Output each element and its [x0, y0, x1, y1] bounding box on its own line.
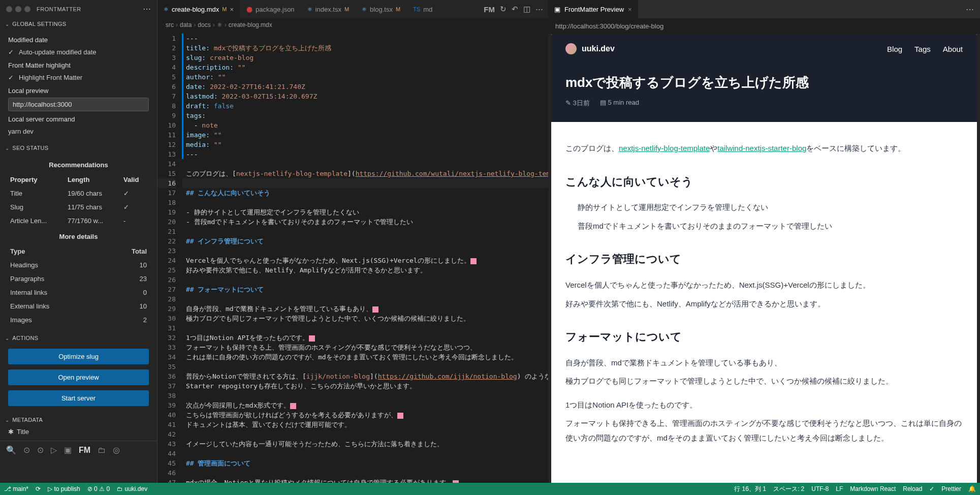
- file-icon: ⬤: [246, 6, 252, 13]
- preview-tab[interactable]: ▣ FrontMatter Preview ×: [548, 0, 638, 18]
- asterisk-icon: ✱: [8, 428, 14, 436]
- editor-tabs: ⚛create-blog.mdxM×⬤package.json⚛index.ts…: [157, 0, 548, 18]
- close-icon[interactable]: ×: [628, 6, 632, 13]
- h2-format: フォーマットについて: [565, 326, 963, 348]
- highlight-checkbox[interactable]: ✓ Highlight Front Matter: [8, 72, 149, 83]
- start-server-button[interactable]: Start server: [8, 390, 149, 406]
- list-item: 静的サイトとして運用想定でインフラを管理したくない: [578, 200, 963, 215]
- metadata-title-label: Title: [17, 428, 29, 436]
- more-icon[interactable]: ⋯: [960, 5, 980, 14]
- folder-icon[interactable]: 🗀: [98, 446, 106, 455]
- preview-site[interactable]: uuki.dev BlogTagsAbout mdxで投稿するブログを立ち上げた…: [551, 34, 977, 492]
- site-nav: uuki.dev BlogTagsAbout: [551, 34, 977, 64]
- section-global-settings[interactable]: ⌄ GLOBAL SETTINGS: [0, 18, 157, 30]
- errors-indicator[interactable]: ⊘ 0 ⚠ 0: [87, 485, 110, 492]
- target-icon[interactable]: ◎: [113, 445, 120, 455]
- avatar: [565, 43, 577, 54]
- list-item: Paragraphs23: [8, 272, 149, 286]
- link-tailwind-blog[interactable]: tailwind-nextjs-starter-blog: [717, 144, 806, 152]
- editor-tab[interactable]: ⚛blog.tsxM: [356, 0, 407, 18]
- server-cmd-label: Local server command: [8, 115, 149, 123]
- window-controls[interactable]: [6, 6, 30, 12]
- sidebar-icon-row: 🔍 ⊙ ⊙ ▷ ▣ FM 🗀 ◎: [0, 441, 157, 459]
- preview-url: http://localhost:3000/blog/create-blog: [548, 18, 980, 34]
- nav-link[interactable]: Tags: [914, 45, 931, 53]
- file-icon: ⚛: [362, 6, 367, 13]
- file-icon: ⚛: [164, 6, 169, 13]
- site-name[interactable]: uuki.dev: [582, 44, 615, 53]
- eol[interactable]: LF: [836, 485, 843, 492]
- split-icon[interactable]: ◫: [523, 5, 530, 14]
- bug-icon[interactable]: ⊙: [23, 445, 30, 455]
- chevron-down-icon: ⌄: [5, 145, 9, 151]
- workspace-indicator[interactable]: 🗀 uuki.dev: [117, 485, 147, 492]
- panel-icon: ▣: [554, 6, 560, 13]
- chevron-down-icon: ⌄: [5, 417, 9, 423]
- clock-icon[interactable]: ⊙: [37, 445, 44, 455]
- frontmatter-sidebar: FRONTMATTER ⋯ ⌄ GLOBAL SETTINGS Modified…: [0, 0, 157, 495]
- h2-audience: こんな人に向いていそう: [565, 171, 963, 193]
- table-row: Slug11/75 chars✓: [8, 200, 149, 214]
- list-item: Images2: [8, 313, 149, 327]
- preview-pane: ▣ FrontMatter Preview × ⋯ http://localho…: [548, 0, 980, 495]
- list-item: Internal links0: [8, 286, 149, 299]
- editor-tab[interactable]: TSmd: [407, 0, 439, 18]
- library-icon[interactable]: ▣: [64, 445, 72, 455]
- seo-table: Property Length Valid Title19/60 chars✓S…: [8, 173, 149, 228]
- chevron-down-icon: ⌄: [5, 335, 9, 341]
- link-nextjs-template[interactable]: nextjs-netlify-blog-template: [619, 144, 710, 152]
- nav-link[interactable]: About: [943, 45, 963, 53]
- bell-icon[interactable]: 🔔: [968, 485, 976, 492]
- section-seo-status[interactable]: ⌄ SEO STATUS: [0, 142, 157, 154]
- language-mode[interactable]: Markdown React: [850, 485, 896, 492]
- reload[interactable]: Reload: [903, 485, 922, 492]
- local-preview-label: Local preview: [8, 87, 149, 95]
- open-preview-button[interactable]: Open preview: [8, 369, 149, 385]
- sidebar-header: FRONTMATTER ⋯: [0, 0, 157, 18]
- list-item: External links10: [8, 299, 149, 313]
- back-icon[interactable]: ↶: [512, 5, 518, 14]
- more-icon[interactable]: ⋯: [143, 4, 151, 14]
- editor-tab[interactable]: ⚛create-blog.mdxM×: [157, 0, 240, 18]
- encoding[interactable]: UTF-8: [811, 485, 829, 492]
- prettier[interactable]: Prettier: [941, 485, 961, 492]
- sidebar-title: FRONTMATTER: [37, 6, 143, 12]
- close-icon[interactable]: ×: [230, 6, 234, 13]
- fm-icon[interactable]: FM: [484, 5, 495, 14]
- chevron-down-icon: ⌄: [5, 21, 9, 27]
- clock-icon[interactable]: ↻: [500, 5, 507, 14]
- list-item: Headings10: [8, 258, 149, 272]
- auto-update-checkbox[interactable]: ✓ Auto-update modified date: [8, 47, 149, 57]
- check-icon: ✓: [8, 74, 14, 81]
- publish-button[interactable]: ▷ to publish: [48, 485, 80, 492]
- line-col[interactable]: 行 16、列 1: [734, 485, 766, 493]
- file-icon: ⚛: [307, 6, 312, 13]
- nav-link[interactable]: Blog: [887, 45, 902, 53]
- server-cmd-value: yarn dev: [8, 126, 149, 137]
- list-item: 普段mdでドキュメントを書いておりそのままのフォーマットで管理したい: [578, 219, 963, 234]
- prettier-check[interactable]: ✓: [929, 485, 934, 492]
- local-preview-input[interactable]: [8, 98, 149, 111]
- breadcrumb[interactable]: src›data›docs›⚛›create-blog.mdx: [157, 18, 548, 32]
- highlight-label: Front Matter highlight: [8, 61, 149, 69]
- play-icon[interactable]: ▷: [51, 445, 57, 455]
- editor-tab[interactable]: ⚛index.tsxM: [301, 0, 356, 18]
- section-metadata[interactable]: ⌄ METADATA: [0, 414, 157, 426]
- h2-infra: インフラ管理について: [565, 249, 963, 270]
- status-bar: ⎇ main* ⟳ ▷ to publish ⊘ 0 ⚠ 0 🗀 uuki.de…: [0, 483, 980, 495]
- more-icon[interactable]: ⋯: [535, 5, 543, 14]
- article-body: このブログは、nextjs-netlify-blog-templateやtail…: [551, 122, 977, 465]
- editor-tab[interactable]: ⬤package.json: [240, 0, 301, 18]
- fm-icon[interactable]: FM: [79, 446, 90, 455]
- editor-pane: ⚛create-blog.mdxM×⬤package.json⚛index.ts…: [157, 0, 548, 495]
- search-icon[interactable]: 🔍: [6, 445, 16, 455]
- optimize-slug-button[interactable]: Optimize slug: [8, 349, 149, 364]
- file-icon: TS: [413, 6, 420, 12]
- section-actions[interactable]: ⌄ ACTIONS: [0, 332, 157, 344]
- sync-icon[interactable]: ⟳: [36, 485, 41, 492]
- readtime-meta: ▤ 5 min read: [600, 99, 639, 108]
- code-editor[interactable]: 1234567891011121314151617181920212223242…: [157, 32, 548, 495]
- hero: mdxで投稿するブログを立ち上げた所感 ✎ 3日前 ▤ 5 min read: [551, 64, 977, 122]
- branch-indicator[interactable]: ⎇ main*: [4, 485, 28, 492]
- spaces[interactable]: スペース: 2: [773, 485, 804, 493]
